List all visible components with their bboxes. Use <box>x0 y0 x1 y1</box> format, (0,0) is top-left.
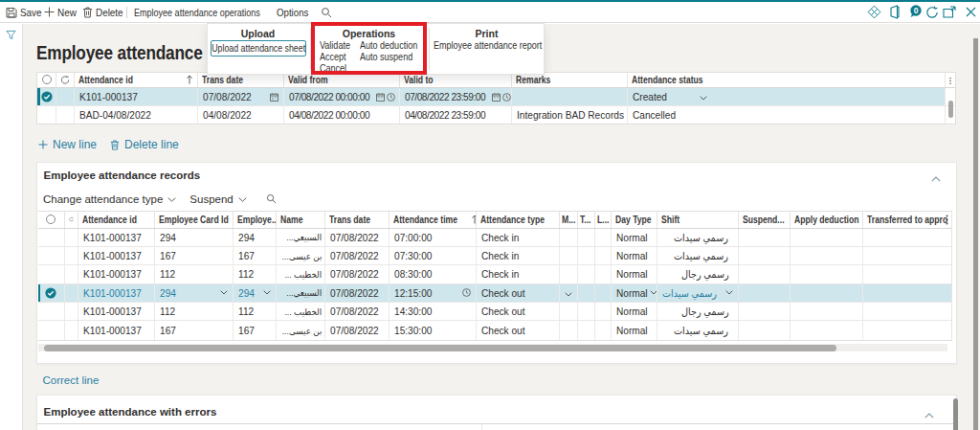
records-section-title[interactable]: Employee attendance records <box>44 170 201 181</box>
grid1-col-attendance-status[interactable]: Attendance status <box>628 73 946 88</box>
cell-employee[interactable]: 294 <box>234 284 277 302</box>
cell-valid-from[interactable]: 07/08/2022 00:00:00 <box>284 88 400 104</box>
row-select-checkbox[interactable] <box>38 247 65 264</box>
grid2-col-trans-date[interactable]: Trans date <box>325 212 390 228</box>
cell-shift[interactable]: رسمي سيدات <box>657 284 739 302</box>
cell-t[interactable] <box>578 229 595 246</box>
employee-attendance-report-button[interactable]: Employee attendance report <box>434 40 542 52</box>
cell-employee[interactable]: 167 <box>234 321 277 339</box>
cell-trans-date[interactable]: 07/08/2022 <box>325 284 390 302</box>
grid2-row-2[interactable]: K101-000137 167 167 بن عيسى... 07/08/202… <box>38 247 952 265</box>
grid1-vertical-scrollbar[interactable] <box>948 101 953 118</box>
cell-apply-deduction[interactable] <box>791 247 863 264</box>
grid2-col-day-type[interactable]: Day Type <box>612 212 657 228</box>
cell-attendance-time[interactable]: 15:30:00 <box>390 321 477 339</box>
chevron-down-icon[interactable] <box>220 290 228 295</box>
page-vertical-scrollbar[interactable] <box>973 38 978 430</box>
cell-m[interactable] <box>560 284 578 302</box>
cell-shift[interactable]: رسمي سيدات <box>657 229 739 246</box>
records-search-button[interactable] <box>266 193 277 206</box>
cell-valid-to[interactable]: 04/08/2022 23:59:00 <box>400 106 512 124</box>
cell-suspend[interactable] <box>739 229 791 246</box>
grid1-col-remarks[interactable]: Remarks <box>512 73 628 88</box>
grid2-row-4-selected[interactable]: K101-000137 294 294 السبيعي... 07/08/202… <box>38 284 952 303</box>
cell-m[interactable] <box>560 229 578 246</box>
grid2-horizontal-scrollbar-thumb[interactable] <box>44 345 836 351</box>
cell-suspend[interactable] <box>739 265 791 283</box>
cell-day-type[interactable]: Normal <box>612 247 657 264</box>
row-selected-checkbox[interactable] <box>37 88 56 104</box>
row-select-checkbox[interactable] <box>38 229 65 246</box>
cell-transferred[interactable] <box>863 303 952 320</box>
grid1-row-1[interactable]: K101-000137 07/08/2022 07/08/2022 00:00:… <box>37 88 955 105</box>
clock-icon[interactable] <box>462 288 471 297</box>
cell-trans-date[interactable]: 07/08/2022 <box>325 229 390 246</box>
grid2-select-all[interactable] <box>38 212 65 228</box>
kebab-menu-icon[interactable] <box>946 215 948 225</box>
cell-l[interactable] <box>595 229 612 246</box>
calendar-icon[interactable] <box>376 93 385 102</box>
cell-m[interactable] <box>560 247 578 264</box>
cell-attendance-id[interactable]: K101-000137 <box>78 265 155 283</box>
grid1-select-all[interactable] <box>37 73 56 88</box>
cell-t[interactable] <box>578 303 595 320</box>
grid2-col-m[interactable]: M... <box>560 212 578 228</box>
cell-remarks[interactable] <box>512 88 628 104</box>
cell-name[interactable]: السبيعي... <box>277 284 325 302</box>
cell-card-id[interactable]: 112 <box>155 265 234 283</box>
cell-transferred[interactable] <box>863 229 952 246</box>
grid2-refresh[interactable] <box>65 212 78 228</box>
cell-t[interactable] <box>578 247 595 264</box>
messages-button[interactable]: 0 <box>907 2 924 22</box>
row-selected-checkbox[interactable] <box>38 284 65 302</box>
cell-attendance-type[interactable]: Check in <box>477 229 560 246</box>
cell-apply-deduction[interactable] <box>791 229 863 246</box>
tab-options[interactable]: Options <box>277 2 313 22</box>
cell-l[interactable] <box>595 265 612 283</box>
cell-trans-date[interactable]: 07/08/2022 <box>325 321 390 339</box>
calendar-icon[interactable] <box>270 93 278 102</box>
cell-suspend[interactable] <box>739 303 791 320</box>
cell-shift[interactable]: رسمي سيدات <box>657 247 739 264</box>
cell-attendance-id[interactable]: K101-000137 <box>78 247 155 264</box>
cell-employee[interactable]: 112 <box>234 303 277 320</box>
cell-attendance-type[interactable]: Check in <box>477 265 560 283</box>
delete-button[interactable]: Delete <box>82 2 126 22</box>
grid1-col-trans-date[interactable]: Trans date <box>198 73 284 88</box>
cell-name[interactable]: الخطيب ... <box>277 265 325 283</box>
cell-attendance-type[interactable]: Check out <box>477 303 560 320</box>
cell-attendance-id[interactable]: K101-000137 <box>78 284 155 302</box>
cell-attendance-type[interactable]: Check in <box>477 247 560 264</box>
cell-transferred[interactable] <box>863 247 952 264</box>
cell-transferred[interactable] <box>863 265 952 283</box>
close-button[interactable] <box>966 2 976 22</box>
grid2-col-attendance-type[interactable]: Attendance type <box>477 212 560 228</box>
row-select-checkbox[interactable] <box>38 321 65 339</box>
cell-attendance-time[interactable]: 07:30:00 <box>390 247 477 264</box>
row-select-checkbox[interactable] <box>37 106 56 124</box>
grid2-col-employee-card-id[interactable]: Employee Card Id <box>155 212 234 228</box>
delete-line-button[interactable]: Delete line <box>110 138 179 151</box>
errors-section-scrollbar[interactable] <box>953 398 958 430</box>
cell-shift[interactable]: رسمي رجال <box>657 265 739 283</box>
cell-attendance-time[interactable]: 08:30:00 <box>390 265 477 283</box>
grid2-col-t[interactable]: T... <box>578 212 595 228</box>
calendar-icon[interactable] <box>492 93 501 102</box>
cell-card-id[interactable]: 112 <box>155 303 234 320</box>
cell-name[interactable]: الخطيب ... <box>277 303 325 320</box>
office-apps-button[interactable] <box>887 2 901 22</box>
row-select-checkbox[interactable] <box>38 303 65 320</box>
cell-attendance-id[interactable]: K101-000137 <box>78 321 155 339</box>
grid2-col-employee[interactable]: Employe... <box>234 212 277 228</box>
collapse-section-button[interactable] <box>931 171 941 185</box>
cell-card-id[interactable]: 167 <box>155 321 234 339</box>
cell-attendance-id[interactable]: K101-000137 <box>75 88 198 104</box>
clock-icon[interactable] <box>387 93 395 102</box>
cell-day-type[interactable]: Normal <box>612 265 657 283</box>
filter-funnel-icon[interactable] <box>6 30 16 40</box>
cell-attendance-status[interactable]: Created <box>628 88 946 104</box>
grid2-row-1[interactable]: K101-000137 294 294 السبيعي... 07/08/202… <box>38 229 952 247</box>
grid1-row-2[interactable]: BAD-04/08/2022 04/08/2022 04/08/2022 00:… <box>37 106 955 124</box>
cell-m[interactable] <box>560 303 578 320</box>
cell-day-type[interactable]: Normal <box>612 303 657 320</box>
